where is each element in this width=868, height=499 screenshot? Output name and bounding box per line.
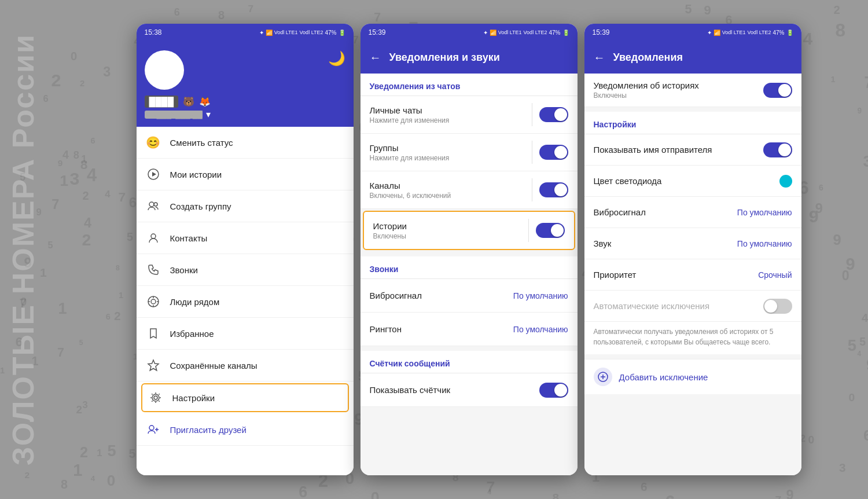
menu-list: 😊 Сменить статус Мои истории Создать гру… bbox=[137, 127, 354, 475]
groups-info: Группы Нажмите для изменения bbox=[370, 143, 525, 162]
phone3-app-header: ← Уведомления bbox=[584, 41, 801, 74]
svg-point-14 bbox=[149, 425, 154, 430]
channels-toggle[interactable] bbox=[539, 182, 568, 197]
p3-battery-icon: 🔋 bbox=[786, 30, 793, 36]
priority-info: Приоритет bbox=[594, 270, 759, 280]
p2-signal: Vodl LTE1 bbox=[498, 30, 522, 35]
counter-info: Показывать счётчик bbox=[370, 385, 539, 395]
p2-battery-icon: 🔋 bbox=[562, 30, 569, 36]
menu-label-contacts: Контакты bbox=[170, 233, 208, 243]
menu-item-settings[interactable]: Настройки bbox=[141, 383, 349, 412]
svg-marker-11 bbox=[148, 360, 159, 370]
menu-label-favorites: Избранное bbox=[170, 329, 214, 339]
setting-story-notifications[interactable]: Уведомления об историях Включены bbox=[584, 74, 801, 107]
setting-auto-exceptions[interactable]: Автоматические исключения bbox=[584, 291, 801, 322]
ringtone-value: По умолчанию bbox=[513, 325, 568, 334]
p3-signal: Vodl LTE1 bbox=[722, 30, 746, 35]
p3-gap2 bbox=[584, 354, 801, 359]
led-color-indicator[interactable] bbox=[779, 175, 792, 188]
priority-value: Срочный bbox=[758, 270, 792, 280]
story-notif-info: Уведомления об историях Включены bbox=[594, 80, 763, 100]
auto-exc-toggle[interactable] bbox=[763, 299, 792, 314]
menu-item-contacts[interactable]: Контакты bbox=[137, 222, 354, 254]
stories-toggle[interactable] bbox=[536, 223, 565, 238]
groups-toggle[interactable] bbox=[539, 145, 568, 160]
menu-label-stories: Мои истории bbox=[170, 170, 222, 179]
favorites-icon bbox=[146, 326, 161, 341]
profile-name: ████ bbox=[145, 96, 179, 108]
p3-bluetooth-icon: ✦ bbox=[707, 30, 712, 36]
p3-battery-percent: 47% bbox=[773, 30, 784, 36]
menu-item-calls[interactable]: Звонки bbox=[137, 254, 354, 286]
p3-gap1 bbox=[584, 107, 801, 112]
story-notif-toggle[interactable] bbox=[763, 83, 792, 98]
sound-info: Звук bbox=[594, 239, 737, 248]
menu-item-nearby[interactable]: Люди рядом bbox=[137, 286, 354, 318]
setting-show-counter[interactable]: Показывать счётчик bbox=[361, 373, 578, 407]
phone2-app-header: ← Уведомления и звуки bbox=[361, 41, 578, 74]
back-button[interactable]: ← bbox=[370, 51, 381, 64]
channels-subtitle: Включены, 6 исключений bbox=[370, 192, 525, 200]
vibro-title: Вибросигнал bbox=[370, 291, 513, 300]
stories-title: Истории bbox=[373, 221, 521, 231]
menu-label-create-group: Создать группу bbox=[170, 201, 231, 211]
phone-number-row: +7 (███) ███-██ ▾ bbox=[145, 109, 345, 120]
p3-wifi-icon: 📶 bbox=[713, 30, 720, 36]
personal-chats-toggle[interactable] bbox=[539, 107, 568, 122]
setting-channels[interactable]: Каналы Включены, 6 исключений bbox=[361, 171, 578, 209]
setting-priority[interactable]: Приоритет Срочный bbox=[584, 259, 801, 291]
led-title: Цвет светодиода bbox=[594, 176, 779, 186]
chevron-down-icon[interactable]: ▾ bbox=[206, 109, 211, 120]
phone-notifications-detail: 15:39 ✦ 📶 Vodl LTE1 Vodl LTE2 47% 🔋 ← Ув… bbox=[584, 24, 801, 475]
phones-container: 15:38 ✦ 📶 Vodl LTE1 Vodl LTE2 47% 🔋 🌙 ██… bbox=[137, 24, 801, 475]
counter-toggle[interactable] bbox=[539, 383, 568, 398]
stories-subtitle: Включены bbox=[373, 232, 521, 240]
settings-icon bbox=[148, 390, 163, 405]
setting-groups[interactable]: Группы Нажмите для изменения bbox=[361, 134, 578, 171]
setting-p3-vibro[interactable]: Вибросигнал По умолчанию bbox=[584, 197, 801, 228]
avatar bbox=[145, 50, 184, 90]
sender-toggle[interactable] bbox=[763, 142, 792, 157]
story-notif-subtitle: Включены bbox=[594, 91, 763, 100]
groups-title: Группы bbox=[370, 143, 525, 153]
divider4 bbox=[528, 219, 529, 242]
phone2-header-title: Уведомления и звуки bbox=[389, 52, 500, 64]
p3-vibro-title: Вибросигнал bbox=[594, 207, 737, 217]
phone3-back-button[interactable]: ← bbox=[594, 51, 605, 64]
setting-led[interactable]: Цвет светодиода bbox=[584, 166, 801, 197]
name-row: ████ 🐻 🦊 bbox=[145, 96, 345, 108]
vibro-info: Вибросигнал bbox=[370, 291, 513, 300]
sound-title: Звук bbox=[594, 239, 737, 248]
p3-vibro-info: Вибросигнал bbox=[594, 207, 737, 217]
ringtone-title: Рингтон bbox=[370, 324, 513, 334]
priority-title: Приоритет bbox=[594, 270, 759, 280]
status-icon: 😊 bbox=[146, 135, 161, 150]
menu-item-stories[interactable]: Мои истории bbox=[137, 159, 354, 190]
setting-personal-chats[interactable]: Личные чаты Нажмите для изменения bbox=[361, 96, 578, 134]
menu-item-invite[interactable]: Пригласить друзей bbox=[137, 414, 354, 446]
setting-ringtone[interactable]: Рингтон По умолчанию bbox=[361, 313, 578, 346]
setting-stories[interactable]: Истории Включены bbox=[363, 211, 575, 250]
setting-sound[interactable]: Звук По умолчанию bbox=[584, 228, 801, 259]
profile-emoji: 🐻 bbox=[183, 96, 194, 107]
ringtone-info: Рингтон bbox=[370, 324, 513, 334]
menu-item-status[interactable]: 😊 Сменить статус bbox=[137, 127, 354, 159]
menu-item-create-group[interactable]: Создать группу bbox=[137, 190, 354, 222]
add-exception-button[interactable]: Добавить исключение bbox=[584, 359, 801, 394]
p2-battery-percent: 47% bbox=[549, 30, 560, 36]
signal2-icon: Vodl LTE2 bbox=[300, 30, 323, 35]
phone3-time: 15:39 bbox=[593, 28, 610, 36]
calls-icon bbox=[146, 262, 161, 277]
section-gap1 bbox=[361, 252, 578, 256]
divider bbox=[532, 103, 532, 126]
moon-icon: 🌙 bbox=[328, 50, 345, 67]
counter-title: Показывать счётчик bbox=[370, 385, 539, 395]
phone-menu: 15:38 ✦ 📶 Vodl LTE1 Vodl LTE2 47% 🔋 🌙 ██… bbox=[137, 24, 354, 475]
saved-channels-icon bbox=[146, 358, 161, 373]
svg-point-13 bbox=[152, 394, 159, 401]
setting-show-sender[interactable]: Показывать имя отправителя bbox=[584, 134, 801, 166]
setting-vibro[interactable]: Вибросигнал По умолчанию bbox=[361, 279, 578, 313]
menu-item-saved-channels[interactable]: Сохранённые каналы bbox=[137, 350, 354, 381]
menu-item-favorites[interactable]: Избранное bbox=[137, 318, 354, 350]
phone3-header-title: Уведомления bbox=[613, 52, 683, 64]
